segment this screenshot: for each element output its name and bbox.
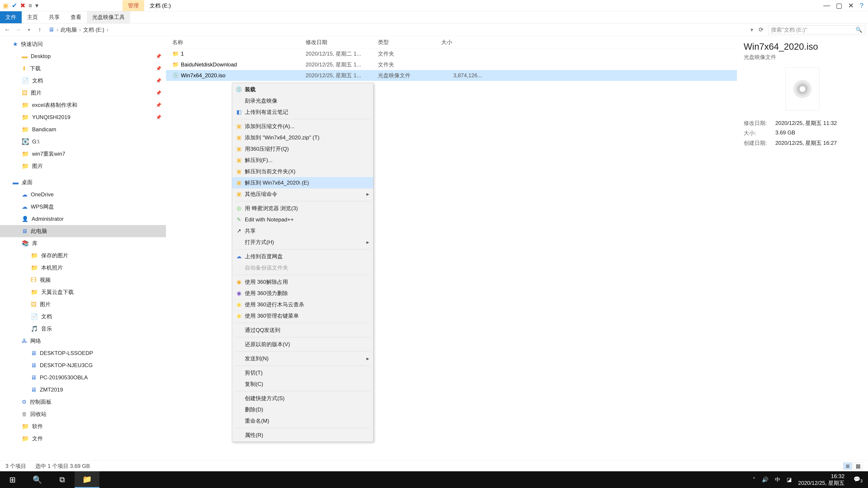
tree-item[interactable]: 📁YUNQISHI2019📌	[0, 111, 166, 123]
ctx-restore-version[interactable]: 还原以前的版本(V)	[232, 339, 373, 350]
nav-forward-icon[interactable]: →	[13, 26, 23, 33]
ctx-baidu-upload[interactable]: ☁上传到百度网盘	[232, 251, 373, 262]
tree-desktop[interactable]: ▬桌面	[0, 176, 166, 188]
tree-item[interactable]: 📁本机照片	[0, 262, 166, 274]
tree-item[interactable]: ☁WPS网盘	[0, 201, 166, 213]
tab-view[interactable]: 查看	[65, 11, 87, 23]
ctx-burn[interactable]: 刻录光盘映像	[232, 95, 373, 106]
crumb-this-pc[interactable]: 此电脑	[61, 26, 77, 33]
tree-item[interactable]: 📁win7重装win7	[0, 148, 166, 160]
tree-item[interactable]: 🖥DESKTOP-LSSOEDP	[0, 347, 166, 359]
crumb-location[interactable]: 文档 (E:)	[83, 26, 104, 33]
ctx-bee-browser[interactable]: ◎用 蜂蜜浏览器 浏览(3)	[232, 203, 373, 214]
tree-item[interactable]: ☁OneDrive	[0, 188, 166, 201]
tree-libraries[interactable]: 📚库	[0, 237, 166, 250]
check-icon[interactable]: ✔	[12, 2, 17, 9]
help-icon[interactable]: ?	[860, 2, 864, 9]
tree-item[interactable]: 🖼图片	[0, 298, 166, 311]
col-type[interactable]: 类型	[378, 39, 441, 46]
nav-tree[interactable]: ★快速访问 ▬Desktop📌 ⬇下载📌 📄文档📌 🖼图片📌 📁excel表格制…	[0, 36, 166, 472]
search-input[interactable]: 搜索"文档 (E:)" 🔍	[768, 25, 865, 34]
ctx-youdao[interactable]: ◧上传到有道云笔记	[232, 106, 373, 118]
file-row[interactable]: 📁 1 2020/12/15, 星期二 1... 文件夹	[166, 48, 737, 59]
ctx-cut[interactable]: 剪切(T)	[232, 367, 373, 379]
maximize-icon[interactable]: ▢	[836, 2, 842, 9]
x-red-icon[interactable]: ✖	[20, 2, 25, 9]
tree-item[interactable]: 👤Administrator	[0, 213, 166, 225]
search-button[interactable]: 🔍	[25, 471, 50, 488]
ctx-360-unlock[interactable]: ◉使用 360解除占用	[232, 276, 373, 288]
tree-recycle[interactable]: 🗑回收站	[0, 408, 166, 420]
tree-item[interactable]: 💽G:\	[0, 135, 166, 148]
ctx-properties[interactable]: 属性(R)	[232, 429, 373, 441]
minimize-icon[interactable]: —	[823, 2, 830, 9]
eq-icon[interactable]: ≡	[29, 2, 32, 9]
ctx-other-archive[interactable]: ▣其他压缩命令▸	[232, 188, 373, 200]
tree-item[interactable]: ⬇下载📌	[0, 62, 166, 74]
tree-this-pc[interactable]: 🖥此电脑	[0, 225, 166, 237]
ctx-open-with[interactable]: 打开方式(H)▸	[232, 236, 373, 248]
tree-item[interactable]: 📁保存的图片	[0, 250, 166, 262]
ctx-360-scan[interactable]: ◉使用 360进行木马云查杀	[232, 299, 373, 310]
start-button[interactable]: ⊞	[0, 471, 25, 488]
ctx-add-archive[interactable]: ▣添加到压缩文件(A)...	[232, 121, 373, 132]
ctx-extract-named[interactable]: ▣解压到 Win7x64_2020\ (E)	[232, 177, 373, 188]
tree-item[interactable]: ▬Desktop📌	[0, 50, 166, 62]
ctx-360-force-delete[interactable]: ◉使用 360强力删除	[232, 288, 373, 299]
ctx-rename[interactable]: 重命名(M)	[232, 415, 373, 427]
file-row-selected[interactable]: 💿 Win7x64_2020.iso 2020/12/25, 星期五 1... …	[166, 70, 737, 81]
tab-file[interactable]: 文件	[0, 11, 22, 23]
tray-app-icon[interactable]: ◪	[786, 477, 792, 483]
breadcrumb[interactable]: 🖥 › 此电脑 › 文档 (E:) ›	[49, 26, 108, 33]
col-size[interactable]: 大小	[441, 39, 487, 46]
ctx-delete[interactable]: 删除(D)	[232, 404, 373, 415]
ctx-360-menu[interactable]: ◉使用 360管理右键菜单	[232, 310, 373, 322]
tree-item[interactable]: 📁天翼云盘下载	[0, 286, 166, 298]
nav-up-icon[interactable]: ↑	[35, 26, 44, 33]
folder-icon[interactable]: ▣	[3, 2, 8, 9]
tab-disc-tools[interactable]: 光盘映像工具	[87, 11, 130, 23]
nav-history-icon[interactable]: ▾	[24, 27, 33, 33]
tab-share[interactable]: 共享	[43, 11, 65, 23]
column-headers[interactable]: 名称 修改日期 类型 大小	[166, 36, 737, 48]
ctx-send-to[interactable]: 发送到(N)▸	[232, 353, 373, 364]
tree-item[interactable]: 📁excel表格制作求和📌	[0, 99, 166, 111]
refresh-icon[interactable]: ⟳	[758, 26, 764, 33]
nav-back-icon[interactable]: ←	[3, 26, 12, 33]
tree-item[interactable]: 📁文件	[0, 432, 166, 445]
ctx-qq-send[interactable]: 通过QQ发送到	[232, 324, 373, 336]
tree-item[interactable]: 🖥ZMT2019	[0, 384, 166, 396]
tree-item[interactable]: 🖥PC-20190530OBLA	[0, 371, 166, 384]
tree-item[interactable]: 🖼图片📌	[0, 87, 166, 99]
taskbar-clock[interactable]: 16:32 2020/12/25, 星期五	[798, 473, 847, 486]
contextual-tab-manage[interactable]: 管理	[123, 0, 144, 11]
view-details-button[interactable]: ≣	[843, 462, 852, 470]
ctx-add-zip[interactable]: ▣添加到 "Win7x64_2020.zip" (T)	[232, 132, 373, 143]
ctx-extract-to[interactable]: ▣解压到(F)...	[232, 155, 373, 166]
dropdown-icon[interactable]: ▾	[35, 2, 38, 9]
ctx-mount[interactable]: 💿装载	[232, 84, 373, 95]
ime-indicator[interactable]: 中	[775, 476, 780, 483]
ctx-notepad-pp[interactable]: ✎Edit with Notepad++	[232, 214, 373, 225]
tree-control-panel[interactable]: ⚙控制面板	[0, 396, 166, 408]
tree-quick-access[interactable]: ★快速访问	[0, 38, 166, 50]
ctx-copy[interactable]: 复制(C)	[232, 379, 373, 390]
tree-network[interactable]: 🖧网络	[0, 335, 166, 347]
tree-item[interactable]: 📁软件	[0, 420, 166, 432]
volume-icon[interactable]: 🔊	[762, 477, 769, 483]
tree-item[interactable]: 🎵音乐	[0, 323, 166, 335]
taskbar-explorer[interactable]: 📁	[74, 471, 99, 488]
tree-item[interactable]: 🖥DESKTOP-NJEU3CG	[0, 359, 166, 371]
task-view-button[interactable]: ⧉	[50, 471, 74, 488]
tree-item[interactable]: 📁图片	[0, 160, 166, 172]
search-icon[interactable]: 🔍	[856, 27, 862, 33]
breadcrumb-dropdown-icon[interactable]: ▾	[750, 27, 753, 33]
tree-item[interactable]: 📄文档	[0, 311, 166, 323]
view-icons-button[interactable]: ▦	[854, 462, 863, 470]
ctx-360-open[interactable]: ▣用360压缩打开(Q)	[232, 143, 373, 155]
col-date[interactable]: 修改日期	[306, 39, 378, 46]
close-icon[interactable]: ✕	[848, 2, 854, 9]
ctx-create-shortcut[interactable]: 创建快捷方式(S)	[232, 393, 373, 404]
ctx-extract-current[interactable]: ▣解压到当前文件夹(X)	[232, 166, 373, 177]
ctx-share[interactable]: ↗共享	[232, 225, 373, 236]
